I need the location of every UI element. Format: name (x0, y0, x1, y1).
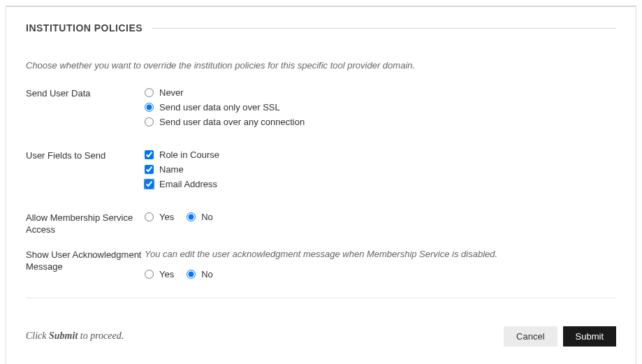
footer-hint-suffix: to proceed. (78, 330, 124, 341)
footer-hint-prefix: Click (26, 330, 49, 341)
radio-option-never[interactable]: Never (145, 87, 616, 98)
section-intro: Choose whether you want to override the … (26, 60, 616, 71)
radio-option-ack-no[interactable]: No (187, 269, 213, 279)
section-rule (152, 28, 616, 29)
radio-ssl-label: Send user data only over SSL (159, 102, 280, 112)
footer-hint-bold: Submit (49, 330, 78, 341)
checkbox-email[interactable] (145, 180, 154, 189)
label-membership-access: Allow Membership Service Access (26, 212, 145, 236)
checkbox-name-label: Name (159, 164, 184, 175)
section-header: INSTITUTION POLICIES (26, 22, 616, 34)
footer: Click Submit to proceed. Cancel Submit (26, 326, 616, 347)
checkbox-role-label: Role in Course (159, 150, 219, 160)
radio-ack-no-label: No (201, 269, 213, 279)
radio-option-membership-no[interactable]: No (187, 212, 213, 222)
footer-hint: Click Submit to proceed. (26, 330, 124, 342)
checkbox-option-role[interactable]: Role in Course (145, 150, 616, 160)
submit-button[interactable]: Submit (563, 326, 616, 347)
radio-option-ssl[interactable]: Send user data only over SSL (145, 102, 616, 112)
label-ack-message: Show User Acknowledgment Message (26, 249, 145, 273)
field-send-user-data: Send User Data Never Send user data only… (26, 87, 616, 131)
ack-helper-text: You can edit the user acknowledgment mes… (145, 249, 616, 259)
radio-membership-yes-label: Yes (159, 212, 174, 222)
radio-ssl[interactable] (145, 103, 154, 112)
radio-option-any[interactable]: Send user data over any connection (145, 117, 616, 127)
checkbox-option-name[interactable]: Name (145, 164, 616, 175)
radio-ack-no[interactable] (187, 270, 196, 279)
checkbox-name[interactable] (145, 165, 154, 174)
radio-membership-yes[interactable] (145, 212, 154, 221)
field-user-fields: User Fields to Send Role in Course Name … (26, 150, 616, 194)
radio-any[interactable] (145, 117, 154, 126)
radio-membership-no[interactable] (187, 212, 196, 221)
cancel-button[interactable]: Cancel (504, 326, 557, 347)
radio-ack-yes-label: Yes (159, 269, 174, 279)
checkbox-email-label: Email Address (159, 179, 217, 189)
radio-ack-yes[interactable] (145, 270, 154, 279)
divider (26, 298, 616, 298)
checkbox-option-email[interactable]: Email Address (145, 179, 616, 189)
institution-policies-panel: INSTITUTION POLICIES Choose whether you … (6, 6, 636, 364)
footer-buttons: Cancel Submit (504, 326, 616, 347)
label-send-user-data: Send User Data (26, 87, 145, 100)
radio-option-membership-yes[interactable]: Yes (145, 212, 174, 222)
radio-any-label: Send user data over any connection (159, 117, 305, 127)
field-ack-message: Show User Acknowledgment Message You can… (26, 249, 616, 279)
label-user-fields: User Fields to Send (26, 150, 145, 162)
radio-never-label: Never (159, 87, 184, 98)
checkbox-role[interactable] (145, 150, 154, 159)
radio-option-ack-yes[interactable]: Yes (145, 269, 174, 279)
radio-membership-no-label: No (201, 212, 213, 222)
field-membership-access: Allow Membership Service Access Yes No (26, 212, 616, 236)
radio-never[interactable] (145, 88, 154, 97)
section-title: INSTITUTION POLICIES (26, 22, 152, 34)
